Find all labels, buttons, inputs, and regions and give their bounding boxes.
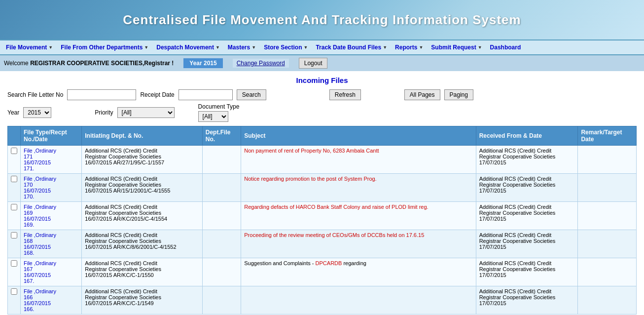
logout-button[interactable]: Logout <box>299 58 328 69</box>
file-type-cell: File ,Ordinary 171 16/07/2015 171. <box>21 146 82 174</box>
file-extra: 168. <box>24 250 34 256</box>
subject-text: Notice regarding promotion to the post o… <box>244 176 376 182</box>
receipt-date-label: Receipt Date <box>140 91 174 98</box>
remark-cell <box>578 258 637 286</box>
chevron-down-icon: ▼ <box>251 45 256 50</box>
year-label: Year <box>7 109 19 116</box>
nav-bar: File Movement ▼ File From Other Departme… <box>0 39 644 55</box>
row-checkbox[interactable] <box>11 232 17 238</box>
file-type-cell: File ,Ordinary 166 16/07/2015 166. <box>21 286 82 315</box>
file-type-cell: File ,Ordinary 170 16/07/2015 170. <box>21 174 82 202</box>
year-select[interactable]: 2015 2014 2013 2016 <box>23 107 51 118</box>
nav-label: Masters <box>228 44 250 51</box>
search-row: Search File Letter No Receipt Date Searc… <box>7 89 637 100</box>
file-date: 16/07/2015 <box>24 244 51 250</box>
dept-file-cell <box>202 202 241 230</box>
subject-cell: Proceeding of the review meeting of CEOs… <box>241 230 476 258</box>
file-type-link[interactable]: File ,Ordinary <box>24 204 56 210</box>
filter-row: Year 2015 2014 2013 2016 Priority [All] … <box>7 103 637 122</box>
file-type-link[interactable]: File ,Ordinary <box>24 148 56 154</box>
priority-select[interactable]: [All] Ordinary Urgent Immediate Most Imm… <box>117 107 175 118</box>
file-no[interactable]: 170 <box>24 182 33 188</box>
receipt-date-input[interactable] <box>179 89 233 100</box>
chevron-down-icon: ▼ <box>48 45 53 50</box>
file-type-cell: File ,Ordinary 169 16/07/2015 169. <box>21 202 82 230</box>
remark-cell <box>578 286 637 315</box>
dept-file-cell <box>202 230 241 258</box>
year-display: Year 2015 <box>183 58 222 68</box>
chevron-down-icon: ▼ <box>215 45 220 50</box>
table-row: File ,Ordinary 170 16/07/2015 170.Additi… <box>8 174 637 202</box>
nav-label: File From Other Departments <box>61 44 143 51</box>
subject-text: Suggestion and Complaints - <box>244 260 315 266</box>
file-extra: 170. <box>24 194 34 199</box>
nav-store-section[interactable]: Store Section ▼ <box>260 41 312 54</box>
change-password-link[interactable]: Change Password <box>233 59 289 68</box>
dpcardb-link[interactable]: DPCARDB <box>316 260 342 266</box>
received-cell: Additional RCS (Credit) Credit Registrar… <box>476 286 578 315</box>
table-row: File ,Ordinary 167 16/07/2015 167.Additi… <box>8 258 637 286</box>
file-type-link[interactable]: File ,Ordinary <box>24 288 56 294</box>
doc-type-select[interactable]: [All] File Letter Note <box>198 111 228 122</box>
remark-cell <box>578 146 637 174</box>
nav-file-movement[interactable]: File Movement ▼ <box>2 41 57 54</box>
refresh-button[interactable]: Refresh <box>329 89 361 100</box>
file-extra: 171. <box>24 165 34 171</box>
chevron-down-icon: ▼ <box>144 45 148 50</box>
nav-label: Despatch Movement <box>156 44 214 51</box>
nav-reports[interactable]: Reports ▼ <box>391 41 427 54</box>
file-no[interactable]: 166 <box>24 294 33 300</box>
row-checkbox[interactable] <box>11 260 17 267</box>
chevron-down-icon: ▼ <box>419 45 423 50</box>
subject-text: Proceeding of the review meeting of CEOs… <box>244 232 424 238</box>
nav-file-from-other[interactable]: File From Other Departments ▼ <box>57 41 152 54</box>
nav-track-date[interactable]: Track Date Bound Files ▼ <box>312 41 391 54</box>
chevron-down-icon: ▼ <box>304 45 308 50</box>
file-no[interactable]: 169 <box>24 210 33 216</box>
initiating-cell: Additional RCS (Credit) Credit Registrar… <box>82 146 203 174</box>
col-checkbox <box>8 126 21 146</box>
nav-label: Store Section <box>264 44 302 51</box>
initiating-cell: Additional RCS (Credit) Credit Registrar… <box>82 258 203 286</box>
nav-dashboard[interactable]: Dashboard <box>486 41 525 54</box>
subject-cell: Non payment of rent of Property No, 6283… <box>241 146 476 174</box>
file-no[interactable]: 171 <box>24 154 33 159</box>
file-type-link[interactable]: File ,Ordinary <box>24 176 56 182</box>
nav-label: File Movement <box>6 44 47 51</box>
file-type-link[interactable]: File ,Ordinary <box>24 260 56 266</box>
nav-submit-request[interactable]: Submit Request ▼ <box>427 41 486 54</box>
received-cell: Additional RCS (Credit) Credit Registrar… <box>476 174 578 202</box>
all-pages-button[interactable]: All Pages <box>404 89 440 100</box>
nav-despatch[interactable]: Despatch Movement ▼ <box>152 41 224 54</box>
doc-type-label: Document Type <box>198 103 240 110</box>
row-checkbox-cell <box>8 258 21 286</box>
row-checkbox[interactable] <box>11 288 17 295</box>
row-checkbox[interactable] <box>11 204 17 210</box>
file-no[interactable]: 168 <box>24 238 33 244</box>
main-content: Incoming Files Search File Letter No Rec… <box>0 71 644 315</box>
row-checkbox-cell <box>8 202 21 230</box>
file-no[interactable]: 167 <box>24 266 33 272</box>
received-cell: Additional RCS (Credit) Credit Registrar… <box>476 146 578 174</box>
file-extra: 166. <box>24 306 34 312</box>
search-button[interactable]: Search <box>237 89 266 100</box>
row-checkbox[interactable] <box>11 148 17 154</box>
received-cell: Additional RCS (Credit) Credit Registrar… <box>476 230 578 258</box>
search-file-input[interactable] <box>67 89 136 100</box>
initiating-cell: Additional RCS (Credit) Credit Registrar… <box>82 174 203 202</box>
chevron-down-icon: ▼ <box>383 45 387 50</box>
page-title: Incoming Files <box>7 76 637 84</box>
paging-button[interactable]: Paging <box>444 89 473 100</box>
initiating-cell: Additional RCS (Credit) Credit Registrar… <box>82 202 203 230</box>
file-extra: 167. <box>24 278 34 284</box>
nav-label: Track Date Bound Files <box>316 44 381 51</box>
incoming-files-table: File Type/RecptNo./Date Initiating Dept.… <box>7 126 637 315</box>
remark-cell <box>578 230 637 258</box>
file-type-link[interactable]: File ,Ordinary <box>24 232 56 238</box>
received-cell: Additional RCS (Credit) Credit Registrar… <box>476 258 578 286</box>
file-date: 16/07/2015 <box>24 216 51 222</box>
header-banner: Centralised File Movement And Tracking I… <box>0 0 644 39</box>
row-checkbox[interactable] <box>11 176 17 182</box>
nav-masters[interactable]: Masters ▼ <box>224 41 260 54</box>
col-remark: Remark/TargetDate <box>578 126 637 146</box>
